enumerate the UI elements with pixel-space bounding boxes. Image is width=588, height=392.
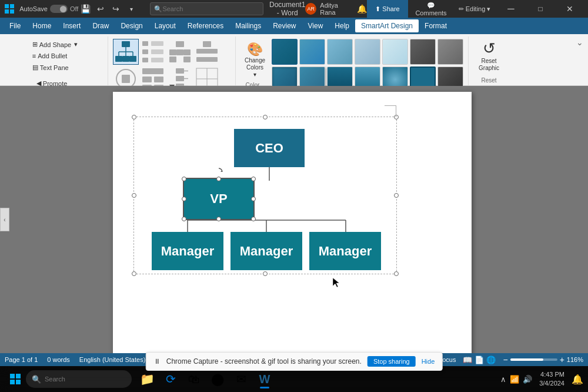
undo-button[interactable]: ↩ — [93, 2, 108, 16]
selection-handle-mr[interactable] — [394, 193, 399, 198]
zoom-slider[interactable] — [510, 358, 557, 361]
add-bullet-button[interactable]: ≡ Add Bullet — [29, 51, 71, 61]
smartart-style-4[interactable] — [355, 39, 380, 65]
customize-button[interactable]: ▾ — [124, 2, 138, 16]
menu-smartart-design[interactable]: SmartArt Design — [355, 19, 419, 32]
ribbon-group-reset: ↺ ResetGraphic Reset — [469, 36, 509, 85]
word-count[interactable]: 0 words — [47, 356, 70, 363]
smartart-style-2[interactable] — [299, 39, 325, 65]
notification-bell[interactable]: 🔔 — [572, 374, 583, 385]
manager-box-2[interactable]: Manager — [230, 232, 302, 270]
smartart-container[interactable]: CEO VP — [133, 117, 397, 274]
ceo-box[interactable]: CEO — [234, 129, 305, 167]
comments-button[interactable]: 💬 Comments — [410, 0, 452, 18]
smartart-style-3[interactable] — [327, 39, 353, 65]
sidebar-collapse-button[interactable]: ‹ — [0, 208, 9, 231]
smartart-style-1[interactable] — [272, 39, 298, 65]
add-shape-dropdown[interactable]: ▾ — [74, 41, 78, 48]
vp-handle-tr[interactable] — [251, 177, 256, 181]
view-mode-icons: 📖 📄 🌐 — [463, 356, 496, 364]
menu-mailings[interactable]: Mailings — [229, 19, 267, 32]
notification-icon[interactable]: 🔔 — [357, 4, 367, 14]
change-colors-dropdown-icon[interactable]: ▾ — [253, 71, 256, 78]
volume-icon[interactable]: 🔊 — [523, 375, 532, 384]
taskbar-search-box[interactable]: 🔍 — [26, 370, 132, 388]
layout-item-4[interactable] — [194, 39, 220, 65]
search-input[interactable] — [162, 5, 256, 12]
vp-handle-tc[interactable] — [216, 177, 221, 181]
system-clock[interactable]: 4:43 PM 3/4/2024 — [534, 370, 569, 388]
taskbar-system-tray: ∧ 📶 🔊 4:43 PM 3/4/2024 🔔 — [500, 370, 583, 388]
menu-references[interactable]: References — [182, 19, 229, 32]
rotate-handle[interactable] — [214, 165, 223, 174]
autosave-toggle[interactable] — [50, 5, 68, 13]
taskbar-search-input[interactable] — [45, 376, 115, 383]
menu-review[interactable]: Review — [267, 19, 302, 32]
menu-home[interactable]: Home — [26, 19, 57, 32]
zoom-level[interactable]: 116% — [567, 356, 583, 363]
selection-handle-bl[interactable] — [132, 271, 136, 276]
web-layout-icon[interactable]: 🌐 — [486, 356, 496, 364]
layout-item-2[interactable] — [140, 39, 166, 65]
smartart-style-6[interactable] — [410, 39, 436, 65]
taskbar-app-explorer[interactable]: 📁 — [136, 368, 158, 390]
layout-item-3[interactable] — [167, 39, 193, 65]
close-button[interactable]: ✕ — [556, 0, 583, 18]
language-indicator[interactable]: English (United States) — [79, 356, 146, 363]
selection-handle-br[interactable] — [394, 271, 399, 276]
page-indicator[interactable]: Page 1 of 1 — [5, 356, 38, 363]
minimize-button[interactable]: ─ — [497, 0, 524, 18]
vp-box[interactable]: VP — [184, 179, 253, 219]
redo-button[interactable]: ↪ — [109, 2, 123, 16]
zoom-in-button[interactable]: + — [560, 355, 564, 364]
vp-handle-mr[interactable] — [251, 197, 256, 201]
menu-design[interactable]: Design — [115, 19, 148, 32]
vp-handle-tl[interactable] — [182, 177, 186, 181]
taskbar-app-store[interactable]: 🛍 — [183, 368, 205, 390]
add-shape-button[interactable]: ⊞ Add Shape ▾ — [29, 39, 81, 50]
vp-handle-bl[interactable] — [182, 217, 186, 221]
ribbon-expand-button[interactable]: ⌄ — [574, 36, 586, 48]
menu-insert[interactable]: Insert — [57, 19, 86, 32]
menu-file[interactable]: File — [4, 19, 26, 32]
editing-button[interactable]: ✏ Editing ▾ — [454, 0, 495, 18]
chevron-icon[interactable]: ∧ — [500, 375, 506, 384]
reset-graphic-button[interactable]: ↺ ResetGraphic — [473, 36, 505, 75]
menu-draw[interactable]: Draw — [86, 19, 115, 32]
manager-box-1[interactable]: Manager — [152, 232, 223, 270]
text-pane-button[interactable]: ▤ Text Pane — [29, 62, 72, 73]
smartart-style-7[interactable] — [437, 39, 463, 65]
menu-view[interactable]: View — [302, 19, 329, 32]
selection-handle-ml[interactable] — [132, 193, 136, 198]
selection-handle-tc[interactable] — [263, 115, 268, 119]
share-button[interactable]: ⬆ Share — [367, 0, 408, 18]
menu-layout[interactable]: Layout — [149, 19, 182, 32]
manager-box-3[interactable]: Manager — [309, 232, 381, 270]
svg-rect-5 — [115, 56, 122, 62]
zoom-out-button[interactable]: − — [503, 355, 507, 364]
maximize-button[interactable]: □ — [527, 0, 554, 18]
stop-sharing-button[interactable]: Stop sharing — [368, 356, 416, 367]
menu-format[interactable]: Format — [419, 19, 453, 32]
vp-handle-ml[interactable] — [182, 197, 186, 201]
vp-handle-bc[interactable] — [216, 217, 221, 221]
taskbar-app-word[interactable]: W — [254, 368, 275, 390]
save-button[interactable]: 💾 — [78, 2, 92, 16]
selection-handle-tl[interactable] — [132, 115, 136, 119]
menu-help[interactable]: Help — [329, 19, 355, 32]
taskbar-app-chrome[interactable]: ⬤ — [207, 368, 228, 390]
hide-link[interactable]: Hide — [422, 358, 435, 365]
taskbar-app-mail[interactable]: ✉ — [230, 368, 252, 390]
change-colors-button[interactable]: 🎨 ChangeColors ▾ — [240, 39, 269, 81]
chrome-icon: ⬤ — [211, 372, 224, 386]
smartart-style-5[interactable] — [382, 39, 408, 65]
taskbar-app-edge[interactable]: ⟳ — [160, 368, 181, 390]
title-search-box[interactable]: 🔍 — [150, 2, 263, 15]
layout-item-1[interactable] — [113, 39, 139, 65]
print-layout-icon[interactable]: 📄 — [475, 356, 484, 364]
vp-handle-br[interactable] — [251, 217, 256, 221]
start-button[interactable] — [5, 368, 26, 390]
network-icon[interactable]: 📶 — [510, 375, 519, 384]
read-mode-icon[interactable]: 📖 — [463, 356, 472, 364]
svg-rect-25 — [196, 49, 218, 54]
